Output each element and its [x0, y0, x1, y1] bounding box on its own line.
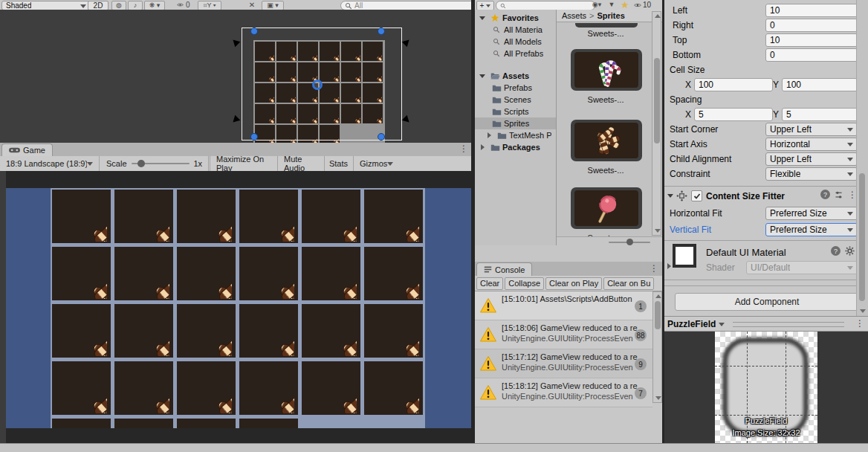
- preview-drag-handle[interactable]: [733, 322, 844, 327]
- foldout-closed-icon[interactable]: [488, 132, 491, 138]
- tree-packages-root[interactable]: Packages: [475, 141, 556, 153]
- console-log-entry[interactable]: [15:18:12] GameView reduced to a re Unit…: [475, 378, 652, 407]
- enum-dropdown[interactable]: Flexible: [765, 167, 858, 181]
- foldout-open-icon[interactable]: [667, 194, 673, 198]
- mute-audio-button[interactable]: Mute Audio: [277, 156, 323, 171]
- tree-folder-textmesh[interactable]: TextMesh P: [475, 129, 556, 141]
- game-panel-menu-icon[interactable]: ⋮: [459, 145, 468, 152]
- preview-menu-icon[interactable]: ⋮: [855, 320, 864, 327]
- scene-view[interactable]: [0, 10, 473, 143]
- asset-label[interactable]: Sweets-...: [557, 166, 658, 175]
- spacing-x-field[interactable]: 5: [694, 108, 773, 121]
- console-log-entry[interactable]: [15:10:01] Assets\Scripts\AddButton 1: [475, 291, 652, 320]
- gizmo-corner-handle[interactable]: [250, 133, 258, 141]
- number-field[interactable]: 10: [765, 4, 858, 17]
- foldout-open-icon[interactable]: [479, 74, 485, 78]
- enum-dropdown[interactable]: Upper Left: [765, 152, 858, 166]
- foldout-closed-icon[interactable]: [667, 263, 671, 269]
- presets-icon[interactable]: [834, 190, 843, 200]
- tree-folder-scripts[interactable]: Scripts: [475, 106, 556, 117]
- visibility-count[interactable]: 10: [634, 1, 659, 9]
- clear-on-build-button[interactable]: Clear on Bu: [603, 277, 654, 290]
- tree-assets-root[interactable]: Assets: [475, 70, 556, 82]
- foldout-open-icon[interactable]: [479, 16, 485, 20]
- gizmo-pivot-handle[interactable]: [312, 80, 323, 90]
- number-field[interactable]: 10: [765, 33, 858, 47]
- help-icon[interactable]: ?: [820, 190, 830, 199]
- preview-selector-dropdown[interactable]: PuzzleField: [667, 319, 725, 329]
- material-preview-swatch[interactable]: [673, 244, 696, 268]
- inspector-scrollbar[interactable]: [856, 0, 868, 316]
- clear-on-play-button[interactable]: Clear on Play: [545, 277, 602, 290]
- asset-label[interactable]: Sweets-...: [557, 95, 658, 104]
- cell-size-y-field[interactable]: 100: [782, 78, 858, 91]
- fit-dropdown[interactable]: Preferred Size: [765, 223, 858, 236]
- tree-folder-scenes[interactable]: Scenes: [475, 94, 556, 106]
- tab-console[interactable]: Console: [476, 262, 532, 276]
- anchor-handle-icon[interactable]: [229, 36, 242, 49]
- scroll-up-icon[interactable]: [655, 14, 661, 18]
- foldout-closed-icon[interactable]: [481, 144, 485, 150]
- maximize-on-play-button[interactable]: Maximize On Play: [210, 156, 276, 171]
- scrollbar-thumb[interactable]: [655, 301, 661, 329]
- content-size-fitter-header[interactable]: Content Size Fitter ? ⋮: [664, 188, 856, 204]
- gear-icon[interactable]: [845, 246, 855, 256]
- asset-thumb-partial[interactable]: [575, 23, 638, 28]
- tree-favorite-item[interactable]: All Prefabs: [475, 48, 556, 59]
- console-scrollbar[interactable]: [652, 291, 662, 403]
- breadcrumb-current[interactable]: Sprites: [597, 11, 624, 20]
- breadcrumb-root[interactable]: Assets: [562, 11, 586, 20]
- console-panel-menu-icon[interactable]: ⋮: [650, 265, 658, 272]
- folder-label: Scenes: [504, 95, 531, 104]
- stats-button[interactable]: Stats: [324, 156, 352, 171]
- collapse-button[interactable]: Collapse: [505, 277, 544, 290]
- collapse-count-badge: 7: [635, 387, 647, 399]
- enum-dropdown[interactable]: Horizontal: [765, 138, 858, 151]
- tool-settings-button[interactable]: ✕: [245, 1, 259, 9]
- tree-folder-prefabs[interactable]: Prefabs: [475, 82, 556, 94]
- tree-favorite-item[interactable]: All Materia: [475, 24, 556, 36]
- scroll-down-icon[interactable]: [655, 229, 661, 233]
- asset-pane-scrollbar[interactable]: [652, 11, 661, 236]
- thumbnail-zoom-thumb[interactable]: [626, 239, 633, 245]
- spacing-y-field[interactable]: 5: [782, 108, 858, 121]
- fit-dropdown[interactable]: Preferred Size: [765, 207, 858, 220]
- tab-game[interactable]: Game: [1, 143, 53, 156]
- cell-size-x-field[interactable]: 100: [694, 78, 773, 91]
- gizmo-corner-handle[interactable]: [250, 28, 258, 35]
- filter-by-type-icon[interactable]: ◉▾: [591, 1, 603, 9]
- aspect-ratio-dropdown[interactable]: 18:9 Landscape (18:9): [0, 156, 100, 171]
- help-icon[interactable]: ?: [831, 246, 841, 256]
- scale-slider[interactable]: [132, 160, 190, 167]
- asset-label[interactable]: Sweets-...: [557, 29, 658, 38]
- console-log-entry[interactable]: [15:17:12] GameView reduced to a re Unit…: [475, 349, 652, 378]
- scroll-down-icon[interactable]: [860, 309, 866, 313]
- game-gizmos-dropdown[interactable]: Gizmos: [353, 156, 396, 171]
- tree-favorites[interactable]: Favorites: [475, 12, 556, 24]
- console-log-entry[interactable]: [15:18:06] GameView reduced to a re Unit…: [475, 320, 652, 349]
- gizmo-corner-handle[interactable]: [378, 133, 385, 141]
- scroll-down-icon[interactable]: [655, 396, 661, 400]
- asset-thumb-lollipop[interactable]: [571, 187, 642, 229]
- number-field[interactable]: 0: [765, 19, 858, 32]
- anchor-handle-icon[interactable]: [229, 113, 242, 126]
- scrollbar-thumb[interactable]: [859, 173, 865, 301]
- component-enabled-checkbox[interactable]: [691, 190, 702, 201]
- game-view[interactable]: [0, 171, 473, 443]
- enum-dropdown[interactable]: Upper Left: [765, 123, 858, 136]
- hidden-objects-toggle[interactable]: 0: [172, 1, 195, 9]
- asset-thumb-choco-sticks[interactable]: [571, 120, 642, 161]
- scrollbar-thumb[interactable]: [654, 58, 660, 143]
- number-field[interactable]: 0: [765, 48, 858, 62]
- clear-button[interactable]: Clear: [476, 277, 503, 290]
- saved-search-star-icon[interactable]: [621, 1, 629, 9]
- scale-slider-thumb[interactable]: [137, 160, 145, 167]
- filter-by-label-icon[interactable]: ▼: [607, 1, 616, 9]
- tree-folder-sprites[interactable]: Sprites: [475, 117, 556, 129]
- gizmo-corner-handle[interactable]: [378, 28, 385, 35]
- scroll-up-icon[interactable]: [655, 294, 661, 298]
- console-tab-bar: Console ⋮: [475, 262, 662, 277]
- add-component-button[interactable]: Add Component: [675, 293, 859, 311]
- tree-favorite-item[interactable]: All Models: [475, 36, 556, 48]
- asset-thumb-candy-canes[interactable]: [571, 49, 642, 91]
